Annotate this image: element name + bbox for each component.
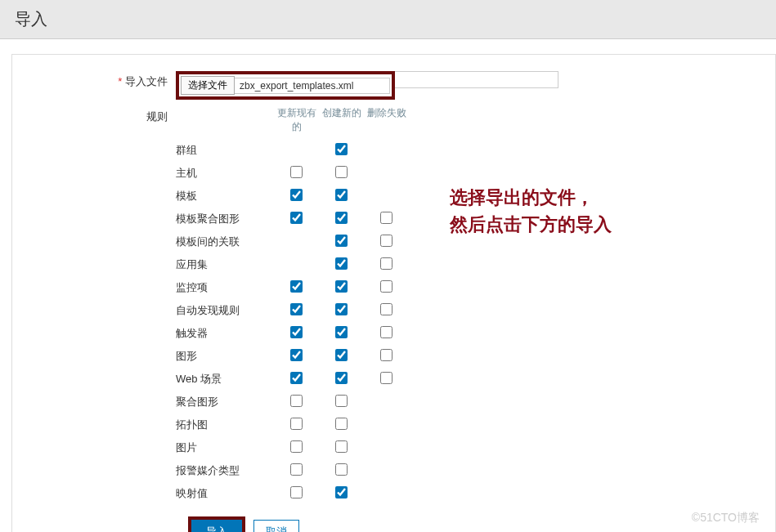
rule-name: 主机: [176, 166, 274, 181]
rule-checkbox[interactable]: [335, 395, 348, 407]
rule-checkbox[interactable]: [380, 212, 392, 224]
rule-name: 应用集: [176, 257, 274, 272]
watermark: ©51CTO博客: [692, 511, 760, 525]
rule-name: 自动发现规则: [176, 303, 274, 318]
rule-checkbox-cell: [319, 166, 364, 181]
rule-checkbox-cell: [319, 326, 364, 341]
rule-row: 聚合图形: [176, 391, 409, 414]
rule-checkbox[interactable]: [380, 303, 392, 315]
rule-checkbox[interactable]: [380, 372, 392, 384]
rule-name: 报警媒介类型: [176, 463, 274, 478]
rule-checkbox-cell: [274, 212, 319, 226]
rule-checkbox-cell: [319, 235, 364, 249]
rule-checkbox-cell: [364, 257, 409, 272]
rule-checkbox-cell: [274, 166, 319, 181]
rule-checkbox-cell: [319, 418, 364, 432]
rule-checkbox[interactable]: [335, 143, 348, 155]
page-title: 导入: [0, 0, 776, 39]
rule-checkbox[interactable]: [335, 280, 348, 293]
rule-checkbox[interactable]: [290, 303, 303, 315]
rule-checkbox[interactable]: [335, 349, 348, 361]
rule-name: 拓扑图: [176, 418, 274, 432]
rule-name: 模板间的关联: [176, 235, 274, 249]
rule-checkbox[interactable]: [290, 463, 303, 476]
file-label: 导入文件: [29, 71, 176, 89]
rule-checkbox[interactable]: [290, 212, 303, 224]
rule-row: 自动发现规则: [176, 299, 409, 322]
rule-checkbox[interactable]: [335, 212, 348, 224]
file-path-trail: [395, 71, 558, 88]
rule-checkbox[interactable]: [335, 463, 348, 476]
rule-checkbox[interactable]: [335, 303, 348, 315]
rule-checkbox-cell: [319, 212, 364, 226]
rule-checkbox[interactable]: [290, 418, 303, 430]
selected-file-name: zbx_export_templates.xml: [235, 78, 390, 94]
rule-name: 触发器: [176, 326, 274, 341]
rule-checkbox-cell: [274, 372, 319, 387]
rule-checkbox[interactable]: [290, 486, 303, 498]
rule-checkbox-cell: [319, 143, 364, 158]
rule-checkbox[interactable]: [335, 418, 348, 430]
rule-checkbox[interactable]: [335, 486, 348, 498]
rule-row: 模板间的关联: [176, 230, 409, 253]
rule-checkbox-cell: [274, 463, 319, 478]
rule-row: 图形: [176, 345, 409, 368]
rule-checkbox[interactable]: [380, 280, 392, 293]
rule-checkbox[interactable]: [380, 235, 392, 247]
choose-file-button[interactable]: 选择文件: [181, 76, 235, 95]
rule-checkbox[interactable]: [335, 257, 348, 270]
rule-name: 群组: [176, 143, 274, 158]
rule-checkbox-cell: [274, 280, 319, 295]
rule-checkbox[interactable]: [335, 372, 348, 384]
rule-checkbox-cell: [364, 372, 409, 387]
rule-checkbox-cell: [319, 303, 364, 318]
rule-checkbox[interactable]: [380, 326, 392, 338]
import-button[interactable]: 导入: [191, 520, 242, 532]
annotation-text: 选择导出的文件， 然后点击下方的导入: [450, 184, 612, 238]
rule-checkbox-cell: [319, 257, 364, 272]
rule-checkbox[interactable]: [380, 257, 392, 270]
rule-checkbox-cell: [319, 189, 364, 203]
rule-row: 监控项: [176, 276, 409, 299]
rule-checkbox[interactable]: [335, 166, 348, 178]
rule-name: 模板聚合图形: [176, 212, 274, 226]
rule-checkbox[interactable]: [335, 326, 348, 338]
rule-checkbox-cell: [364, 326, 409, 341]
rule-checkbox[interactable]: [335, 189, 348, 201]
import-form: 导入文件 选择文件 zbx_export_templates.xml 规则 更新…: [11, 54, 776, 532]
rule-checkbox-cell: [319, 486, 364, 501]
rule-checkbox-cell: [319, 395, 364, 409]
rule-checkbox[interactable]: [290, 440, 303, 453]
rule-checkbox[interactable]: [335, 235, 348, 247]
rule-checkbox[interactable]: [290, 372, 303, 384]
rule-checkbox[interactable]: [290, 166, 303, 178]
rule-row: 报警媒介类型: [176, 459, 409, 482]
rules-header-update: 更新现有的: [274, 106, 319, 134]
rule-checkbox[interactable]: [290, 395, 303, 407]
rule-checkbox-cell: [274, 395, 319, 409]
rule-row: 应用集: [176, 253, 409, 276]
rule-checkbox-cell: [364, 235, 409, 249]
rule-checkbox[interactable]: [290, 280, 303, 293]
rule-checkbox-cell: [274, 349, 319, 364]
rule-checkbox[interactable]: [290, 189, 303, 201]
rule-row: 拓扑图: [176, 414, 409, 436]
rule-checkbox[interactable]: [290, 326, 303, 338]
rule-name: Web 场景: [176, 372, 274, 387]
rule-row: 图片: [176, 436, 409, 459]
rule-checkbox-cell: [364, 212, 409, 226]
rule-checkbox-cell: [274, 418, 319, 432]
rule-checkbox-cell: [364, 280, 409, 295]
rule-checkbox[interactable]: [335, 440, 348, 453]
rule-row: 触发器: [176, 322, 409, 345]
rule-row: 模板: [176, 185, 409, 208]
rule-name: 聚合图形: [176, 395, 274, 409]
rule-row: 映射值: [176, 482, 409, 505]
cancel-button[interactable]: 取消: [253, 520, 299, 532]
rule-checkbox[interactable]: [290, 349, 303, 361]
rule-checkbox-cell: [364, 349, 409, 364]
rule-checkbox-cell: [319, 440, 364, 455]
rules-header-delete: 删除失败: [364, 106, 409, 134]
rule-checkbox[interactable]: [380, 349, 392, 361]
rule-name: 图片: [176, 440, 274, 455]
